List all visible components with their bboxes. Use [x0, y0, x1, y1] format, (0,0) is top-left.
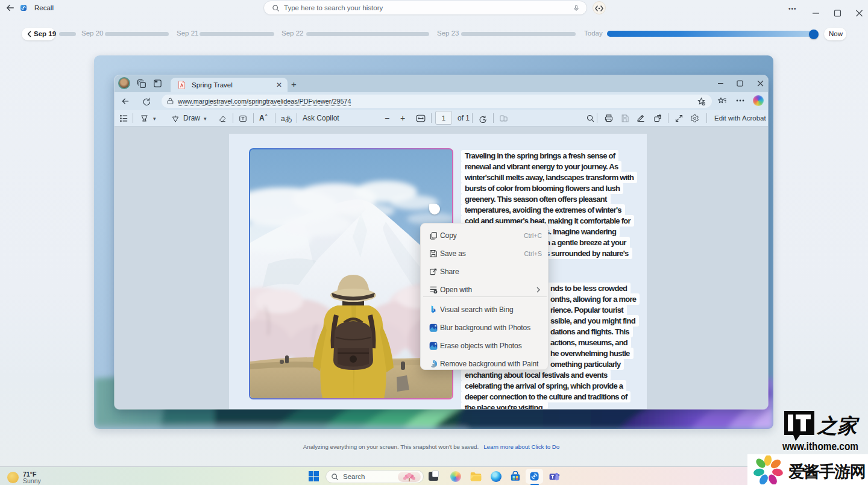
svg-text:之家: 之家: [816, 415, 860, 437]
svg-text:www.ithome.com: www.ithome.com: [782, 440, 858, 452]
